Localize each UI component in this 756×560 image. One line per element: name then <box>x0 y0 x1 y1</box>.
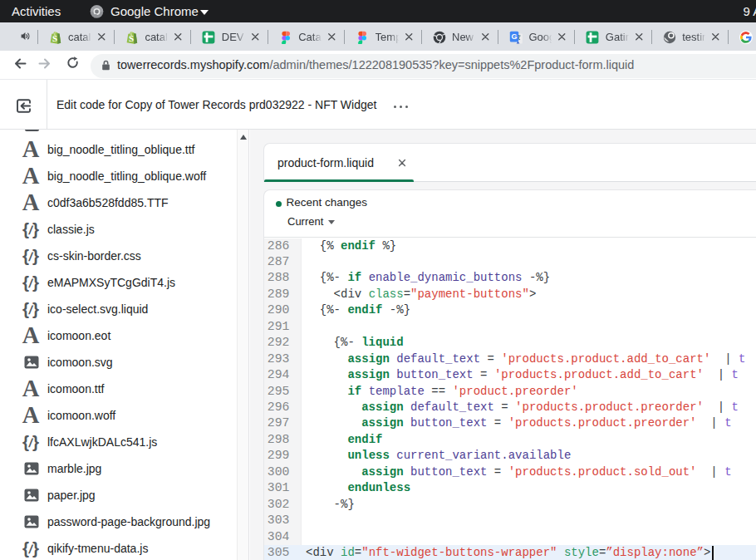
svg-text:S: S <box>52 33 57 43</box>
svg-text:S: S <box>129 33 134 43</box>
svg-text:G: G <box>511 32 517 41</box>
